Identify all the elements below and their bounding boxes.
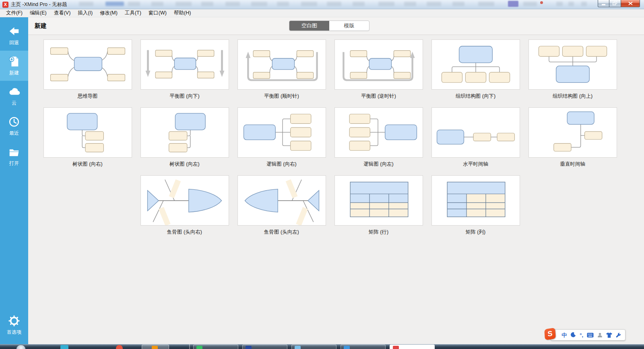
red-white-app-window[interactable] — [390, 345, 435, 349]
window-controls — [598, 0, 640, 7]
page-title: 新建 — [35, 22, 47, 30]
close-button[interactable] — [621, 0, 640, 7]
template-label: 矩阵 (行) — [334, 229, 423, 235]
tab-templates[interactable]: 模版 — [329, 21, 369, 31]
template-thumbnail-balance-down — [140, 39, 229, 90]
background-window-artifact — [105, 2, 124, 6]
background-window-artifact — [452, 2, 464, 6]
template-card-logic-right[interactable]: 逻辑图 (向右) — [237, 107, 326, 167]
template-card-org-chart-up[interactable]: 组织结构图 (向上) — [528, 39, 617, 99]
windows-start-orb[interactable] — [16, 345, 26, 349]
template-thumbnail-fishbone-right — [140, 175, 229, 226]
background-window-artifact — [151, 2, 163, 6]
template-card-timeline-vertical[interactable]: 垂直时间轴 — [528, 107, 617, 167]
background-window-artifact — [128, 2, 140, 6]
menu-item-4[interactable]: 修改(M) — [96, 9, 121, 17]
blue-app-window[interactable] — [341, 345, 386, 349]
skin-shirt-icon[interactable] — [606, 333, 612, 338]
content-area: 新建 空白图模版 思维导图 平衡图 (向下) 平衡图 (顺时针) — [28, 17, 644, 344]
background-window-artifact — [427, 2, 441, 6]
template-card-logic-left[interactable]: 逻辑图 (向左) — [334, 107, 423, 167]
menu-item-6[interactable]: 窗口(W) — [145, 9, 170, 17]
chinese-mode-icon[interactable]: 中 — [561, 333, 567, 338]
windows-taskbar[interactable] — [0, 344, 644, 349]
background-window-artifact — [556, 2, 563, 6]
template-label: 鱼骨图 (头向左) — [237, 229, 326, 235]
template-card-mind-map[interactable]: 思维导图 — [43, 39, 132, 99]
template-label: 平衡图 (向下) — [140, 93, 229, 99]
gear-icon — [8, 314, 21, 327]
background-window-artifact — [201, 2, 213, 6]
close-icon — [628, 2, 633, 5]
template-card-balance-clockwise[interactable]: 平衡图 (顺时针) — [237, 39, 326, 99]
minimize-icon — [602, 2, 606, 6]
background-window-artifact — [225, 2, 240, 6]
teal-app-icon[interactable] — [60, 345, 68, 349]
sogou-s-logo[interactable]: S — [544, 328, 556, 340]
template-thumbnail-mind-map — [43, 39, 132, 90]
sidebar-item-label: 云 — [12, 100, 17, 107]
soft-keyboard-icon[interactable] — [587, 333, 594, 338]
sidebar-item-云[interactable]: 云 — [0, 81, 28, 111]
template-thumbnail-matrix-row — [334, 175, 423, 226]
sidebar-item-打开[interactable]: 打开 — [0, 141, 28, 171]
template-card-fishbone-right[interactable]: 鱼骨图 (头向右) — [140, 175, 229, 235]
window-title: 主页 -XMind Pro - 无标题 — [11, 1, 67, 8]
sidebar-item-最近[interactable]: 最近 — [0, 111, 28, 141]
menu-item-2[interactable]: 查看(V) — [50, 9, 74, 17]
template-card-matrix-column[interactable]: 矩阵 (列) — [431, 175, 520, 235]
sidebar-item-label: 新建 — [9, 70, 19, 76]
background-window-artifact — [378, 2, 394, 6]
lightblue-app-window[interactable] — [291, 345, 336, 349]
sidebar-item-回退[interactable]: 回退 — [0, 21, 28, 51]
background-window-artifact — [79, 2, 93, 6]
background-window-artifact — [301, 2, 317, 6]
template-card-balance-down[interactable]: 平衡图 (向下) — [140, 39, 229, 99]
template-label: 树状图 (向左) — [140, 161, 229, 167]
minimize-button[interactable] — [598, 0, 609, 7]
background-window-artifact — [353, 2, 365, 6]
green-app-window[interactable] — [193, 345, 238, 349]
template-thumbnail-tree-left — [140, 107, 229, 158]
menu-item-7[interactable]: 帮助(H) — [170, 9, 194, 17]
template-card-tree-right[interactable]: 树状图 (向右) — [43, 107, 132, 167]
template-card-org-chart-down[interactable]: 组织结构图 (向下) — [431, 39, 520, 99]
background-window-artifact — [404, 2, 416, 6]
recent-clock-icon — [8, 115, 21, 128]
menu-item-5[interactable]: 工具(T) — [121, 9, 145, 17]
template-label: 逻辑图 (向右) — [237, 161, 326, 167]
content-header: 新建 空白图模版 — [28, 17, 644, 35]
template-thumbnail-balance-counterclockwise — [334, 39, 423, 90]
template-card-matrix-row[interactable]: 矩阵 (行) — [334, 175, 423, 235]
template-card-timeline-horizontal[interactable]: 水平时间轴 — [431, 107, 520, 167]
moon-icon[interactable] — [570, 332, 576, 338]
sidebar-item-新建[interactable]: 新建 — [0, 51, 28, 81]
template-label: 思维导图 — [43, 93, 132, 99]
new-document-icon — [8, 55, 21, 68]
punctuation-icon[interactable]: °, — [580, 333, 583, 338]
template-card-tree-left[interactable]: 树状图 (向左) — [140, 107, 229, 167]
template-label: 组织结构图 (向上) — [528, 93, 617, 99]
template-card-balance-counterclockwise[interactable]: 平衡图 (逆时针) — [334, 39, 423, 99]
menu-item-1[interactable]: 编辑(E) — [26, 9, 50, 17]
menu-item-3[interactable]: 插入(I) — [74, 9, 96, 17]
background-window-artifact — [568, 2, 574, 6]
template-card-fishbone-left[interactable]: 鱼骨图 (头向左) — [237, 175, 326, 235]
template-thumbnail-balance-clockwise — [237, 39, 326, 90]
settings-wrench-icon[interactable] — [616, 333, 621, 338]
menu-item-0[interactable]: 文件(F) — [2, 9, 26, 17]
orange-app-icon[interactable] — [142, 345, 169, 349]
template-thumbnail-timeline-horizontal — [431, 107, 520, 158]
titlebar[interactable]: X 主页 -XMind Pro - 无标题 — [0, 0, 644, 9]
template-label: 树状图 (向右) — [43, 161, 132, 167]
red-app-icon[interactable] — [116, 345, 123, 349]
restore-button[interactable] — [609, 0, 621, 7]
tab-blank-maps[interactable]: 空白图 — [289, 21, 329, 31]
template-thumbnail-logic-right — [237, 107, 326, 158]
sidebar-item-label: 首选项 — [7, 329, 21, 336]
user-phrase-icon[interactable] — [597, 333, 603, 338]
background-window-artifact — [175, 2, 192, 6]
navy-app-window[interactable] — [242, 345, 287, 349]
sidebar-item-首选项[interactable]: 首选项 — [0, 310, 28, 340]
sidebar: 回退 新建 云 最近 打开 首选项 — [0, 17, 28, 344]
